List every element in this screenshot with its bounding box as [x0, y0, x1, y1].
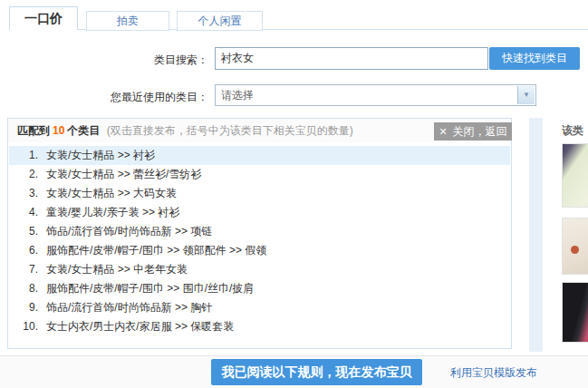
category-list-item[interactable]: 5.饰品/流行首饰/时尚饰品新 >> 项链: [9, 222, 510, 241]
category-list-item[interactable]: 4.童装/婴儿装/亲子装 >> 衬衫: [9, 203, 510, 222]
category-item-label: 女装/女士精品 >> 衬衫: [46, 149, 155, 161]
recent-category-selected-value: 请选择: [221, 85, 254, 105]
category-list-item[interactable]: 6.服饰配件/皮带/帽子/围巾 >> 领部配件 >> 假领: [9, 241, 510, 260]
category-list-item[interactable]: 8.服饰配件/皮带/帽子/围巾 >> 围巾/丝巾/披肩: [9, 279, 510, 298]
close-icon: ✕: [439, 126, 447, 137]
tab-auction[interactable]: 拍卖: [86, 11, 169, 31]
product-thumbnail-1[interactable]: [562, 143, 588, 208]
publish-button[interactable]: 我已阅读以下规则，现在发布宝贝: [211, 359, 422, 385]
category-item-number: 7.: [9, 260, 38, 279]
match-hint: (双击直接发布，括号中为该类目下相关宝贝的数量): [107, 124, 353, 137]
category-list-item[interactable]: 10.女士内衣/男士内衣/家居服 >> 保暖套装: [9, 317, 510, 336]
tab-personal-idle[interactable]: 个人闲置: [177, 11, 263, 31]
match-prefix: 匹配到: [17, 124, 50, 137]
category-search-input[interactable]: [215, 47, 488, 70]
category-item-label: 女装/女士精品 >> 蕾丝衫/雪纺衫: [46, 168, 201, 180]
category-item-number: 3.: [9, 184, 38, 203]
category-list-item[interactable]: 1.女装/女士精品 >> 衬衫: [9, 146, 510, 165]
category-item-number: 5.: [9, 222, 38, 241]
right-panel-heading: 该类: [562, 123, 583, 139]
category-list-item[interactable]: 9.饰品/流行首饰/时尚饰品新 >> 胸针: [9, 298, 510, 317]
product-thumbnail-2[interactable]: [562, 218, 588, 275]
recent-category-select[interactable]: 请选择 ▼: [215, 84, 536, 106]
category-item-number: 6.: [9, 241, 38, 260]
category-item-number: 10.: [9, 317, 38, 336]
category-item-number: 8.: [9, 279, 38, 298]
template-publish-link[interactable]: 利用宝贝模版发布: [450, 365, 537, 381]
category-item-number: 4.: [9, 203, 38, 222]
category-item-label: 女装/女士精品 >> 中老年女装: [46, 263, 188, 276]
category-item-label: 饰品/流行首饰/时尚饰品新 >> 胸针: [46, 301, 212, 314]
recent-category-label: 您最近使用的类目：: [0, 90, 208, 105]
category-item-label: 童装/婴儿装/亲子装 >> 衬衫: [46, 206, 179, 218]
tab-fixed-price[interactable]: 一口价: [9, 6, 78, 30]
footer-bar: 我已阅读以下规则，现在发布宝贝 利用宝贝模版发布: [0, 355, 588, 388]
category-item-label: 女装/女士精品 >> 大码女装: [46, 187, 177, 199]
category-item-number: 9.: [9, 298, 38, 317]
matched-categories-panel: 匹配到10个类目 (双击直接发布，括号中为该类目下相关宝贝的数量) ✕关闭，返回…: [7, 118, 512, 349]
category-item-label: 饰品/流行首饰/时尚饰品新 >> 项链: [46, 225, 212, 238]
category-item-label: 服饰配件/皮带/帽子/围巾 >> 围巾/丝巾/披肩: [46, 282, 254, 295]
category-list-item[interactable]: 7.女装/女士精品 >> 中老年女装: [9, 260, 510, 279]
category-list: 1.女装/女士精品 >> 衬衫2.女装/女士精品 >> 蕾丝衫/雪纺衫3.女装/…: [9, 146, 510, 336]
category-list-item[interactable]: 3.女装/女士精品 >> 大码女装: [9, 184, 510, 203]
match-count: 10: [53, 124, 64, 137]
category-search-label: 类目搜索：: [0, 53, 208, 68]
category-item-label: 服饰配件/皮带/帽子/围巾 >> 领部配件 >> 假领: [46, 244, 266, 257]
publish-category-page: 一口价 拍卖 个人闲置 类目搜索： 快速找到类目 您最近使用的类目： 请选择 ▼…: [0, 0, 588, 388]
quick-find-category-button[interactable]: 快速找到类目: [489, 47, 580, 70]
panel-divider: [529, 118, 543, 352]
match-suffix: 个类目: [67, 124, 100, 137]
close-return-button[interactable]: ✕关闭，返回类目: [434, 122, 512, 141]
matched-categories-header: 匹配到10个类目 (双击直接发布，括号中为该类目下相关宝贝的数量) ✕关闭，返回…: [8, 119, 511, 142]
category-item-label: 女士内衣/男士内衣/家居服 >> 保暖套装: [46, 320, 234, 333]
product-thumbnail-3[interactable]: [562, 282, 588, 343]
category-item-number: 2.: [9, 165, 38, 184]
category-list-item[interactable]: 2.女装/女士精品 >> 蕾丝衫/雪纺衫: [9, 165, 510, 184]
category-item-number: 1.: [9, 146, 38, 165]
chevron-down-icon[interactable]: ▼: [517, 86, 535, 104]
